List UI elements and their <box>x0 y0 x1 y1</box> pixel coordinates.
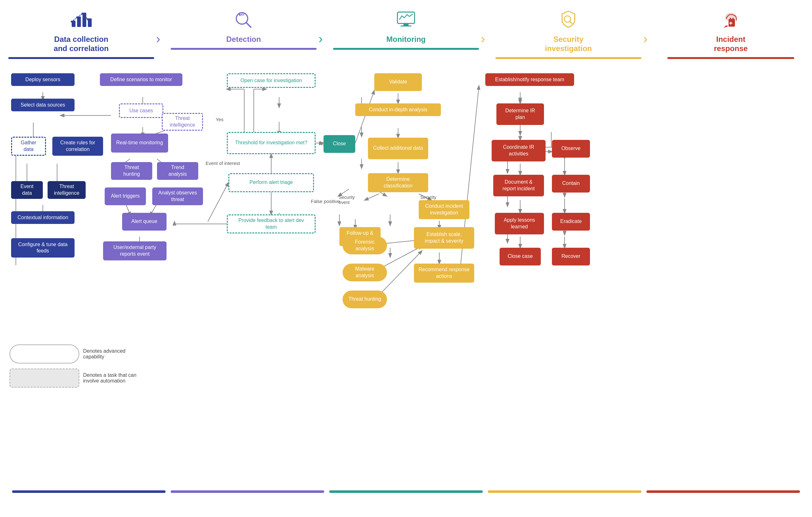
node-create-rules: Create rules for correlation <box>52 137 103 156</box>
node-malware-analysis: Malware analysis <box>343 264 387 281</box>
svg-line-9 <box>246 23 251 27</box>
svg-rect-14 <box>398 12 414 24</box>
incident-response-icon <box>720 9 742 32</box>
header-col-monitoring: Monitoring <box>331 9 481 50</box>
node-recommend-response: Recommend response actions <box>414 264 474 283</box>
bottom-bar-blue <box>12 490 166 493</box>
svg-line-53 <box>339 189 349 195</box>
bottom-bar-red <box>646 490 800 493</box>
node-gather-data: Gather data <box>11 137 46 156</box>
node-threshold-met: Threshold for investigation met? <box>227 132 316 154</box>
legend-automation: Denotes a task that can involve automati… <box>9 369 140 387</box>
node-contextual-info: Contextual information <box>11 211 75 224</box>
legend: Denotes advanced capability Denotes a ta… <box>9 344 140 387</box>
node-apply-lessons: Apply lessons learned <box>495 213 544 234</box>
security-investigation-icon <box>557 9 580 32</box>
header-col-incident-response: Incident response <box>656 9 806 59</box>
chevron-3: › <box>481 32 494 46</box>
node-realtime-monitoring: Real-time monitoring <box>111 134 168 152</box>
svg-rect-22 <box>732 18 734 20</box>
detection-icon <box>232 9 255 32</box>
legend-automation-label: Denotes a task that can involve automati… <box>83 372 140 384</box>
node-contain: Contain <box>552 175 590 193</box>
node-open-case: Open case for investigation <box>227 73 316 88</box>
legend-automation-box <box>9 369 79 387</box>
monitoring-icon <box>395 9 417 32</box>
chevron-1: › <box>156 32 169 46</box>
header-row: Data collection and correlation › <box>6 6 806 62</box>
node-coordinate-ir: Coordinate IR activities <box>492 140 546 162</box>
bottom-bar-purple <box>171 490 324 493</box>
header-title-data-collection: Data collection and correlation <box>54 35 109 53</box>
node-alert-triggers: Alert triggers <box>105 188 146 205</box>
node-perform-triage: Perform alert triage <box>228 173 314 192</box>
svg-line-72 <box>208 183 228 222</box>
node-conduct-indepth: Conduct in-depth analysis <box>355 104 441 116</box>
header-title-security-investigation: Security investigation <box>545 35 592 53</box>
label-yes: Yes <box>216 117 223 122</box>
svg-rect-2 <box>83 13 86 27</box>
svg-point-4 <box>71 21 72 23</box>
data-collection-icon <box>70 9 92 32</box>
svg-line-81 <box>365 194 379 200</box>
node-conduct-incident-inv: Conduct incident investigation <box>419 200 469 219</box>
node-analyst-observes: Analyst observes threat <box>152 188 203 205</box>
node-threat-intel-purple: Threat intelligence <box>162 113 203 131</box>
node-threat-intel-blue: Threat intelligence <box>48 181 86 199</box>
chevron-2: › <box>318 32 331 46</box>
bottom-bar-gold <box>488 490 641 493</box>
node-recover: Recover <box>552 248 590 265</box>
node-document-report: Document & report incident <box>493 175 544 196</box>
legend-advanced: Denotes advanced capability <box>9 344 140 364</box>
header-title-monitoring: Monitoring <box>386 35 426 44</box>
node-configure-tune: Configure & tune data feeds <box>11 238 75 258</box>
header-col-detection: Detection <box>169 9 318 50</box>
node-provide-feedback: Provide feedback to alert dev team <box>227 214 316 233</box>
svg-line-77 <box>355 91 374 143</box>
node-collect-additional: Collect additional data <box>368 138 428 159</box>
main-container: Data collection and correlation › <box>0 0 812 517</box>
node-alert-queue: Alert queue <box>122 213 167 231</box>
node-validate: Validate <box>374 73 422 91</box>
arrows-svg <box>6 68 806 481</box>
node-define-scenarios: Define scenarios to monitor <box>100 73 182 86</box>
node-trend-analysis: Trend analysis <box>157 162 198 180</box>
node-determine-ir: Determine IR plan <box>496 104 544 125</box>
arrows2-svg <box>6 68 806 481</box>
diagram-wrapper: Deploy sensors Select data sources Gathe… <box>6 68 806 481</box>
node-deploy-sensors: Deploy sensors <box>11 73 75 86</box>
node-observe: Observe <box>552 140 590 157</box>
node-use-cases: Use cases <box>119 104 163 118</box>
label-false-positive: False positive <box>311 199 340 204</box>
header-col-security-investigation: Security investigation <box>494 9 643 59</box>
label-security-event: Securityevent <box>339 195 355 205</box>
svg-line-12 <box>242 12 242 14</box>
label-event-of-interest: Event of interest <box>206 161 240 166</box>
svg-point-6 <box>82 13 83 15</box>
header-col-data-collection: Data collection and correlation <box>6 9 156 59</box>
node-event-data: Event data <box>11 181 43 199</box>
node-user-external: User/external party reports event <box>103 241 167 260</box>
bottom-bar-teal <box>329 490 483 493</box>
chevron-4: › <box>643 32 656 46</box>
bottom-bars <box>6 490 806 493</box>
node-establish-notify: Establish/notify response team <box>485 73 574 86</box>
node-close-case: Close case <box>499 248 541 265</box>
svg-rect-21 <box>730 18 731 20</box>
node-forensic-analysis: Forensic analysis <box>343 237 387 254</box>
node-threat-hunting-purple: Threat hunting <box>111 162 152 180</box>
svg-line-18 <box>570 21 572 24</box>
legend-advanced-label: Denotes advanced capability <box>83 348 134 360</box>
node-determine-classification: Determine classification <box>368 173 428 192</box>
header-title-detection: Detection <box>226 35 261 44</box>
node-establish-scale: Establish scale, impact & severity <box>414 227 474 249</box>
node-select-data-sources: Select data sources <box>11 98 75 112</box>
svg-point-5 <box>76 17 78 19</box>
svg-point-7 <box>87 19 89 20</box>
node-eradicate: Eradicate <box>552 213 590 231</box>
node-close: Close <box>323 135 355 153</box>
header-title-incident-response: Incident response <box>714 35 748 53</box>
node-threat-hunting-gold: Threat hunting <box>343 290 387 308</box>
legend-advanced-box <box>9 344 79 364</box>
